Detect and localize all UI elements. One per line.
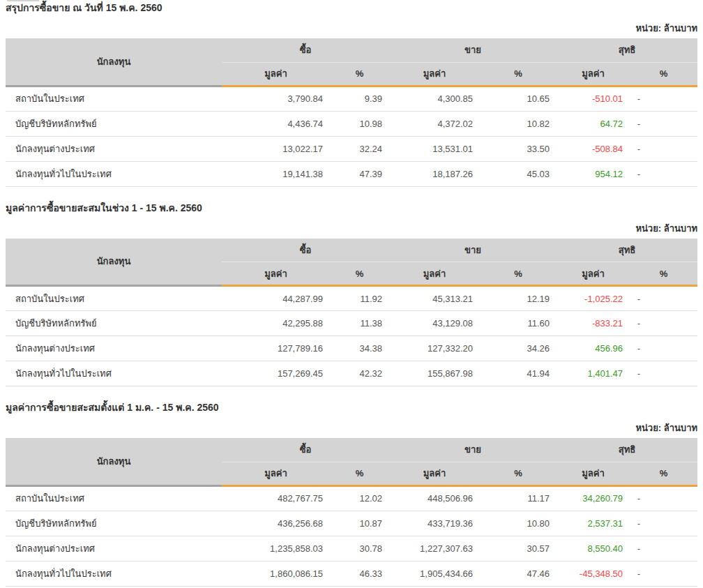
section-title: สรุปการซื้อขาย ณ วันที่ 15 พ.ค. 2560: [6, 0, 697, 14]
col-header-buy-value: มูลค่า: [222, 262, 330, 286]
net-pct-cell: -: [630, 511, 697, 536]
col-header-buy-value: มูลค่า: [222, 62, 330, 86]
investor-cell: บัญชีบริษัทหลักทรัพย์: [6, 511, 222, 536]
table-row: นักลงทุนต่างประเทศ 13,022.17 32.24 13,53…: [6, 136, 697, 161]
col-header-buy-pct: %: [330, 62, 389, 86]
buy-pct-cell: 46.33: [330, 561, 389, 586]
trading-table-ytd: นักลงทุน ซื้อ ขาย สุทธิ มูลค่า % มูลค่า …: [6, 438, 697, 587]
sell-pct-cell: 10.82: [480, 111, 557, 136]
col-header-buy-value: มูลค่า: [222, 462, 330, 485]
net-pct-cell: -: [630, 136, 697, 161]
net-value-cell: -833.21: [557, 311, 630, 336]
buy-pct-cell: 10.87: [330, 511, 389, 536]
buy-pct-cell: 30.78: [330, 536, 389, 561]
trading-table-daily: นักลงทุน ซื้อ ขาย สุทธิ มูลค่า % มูลค่า …: [6, 38, 697, 187]
col-header-sell-value: มูลค่า: [389, 62, 480, 86]
sell-pct-cell: 11.60: [480, 311, 557, 336]
tab-remnant: [7, 0, 39, 1]
sell-value-cell: 1,227,307.63: [389, 536, 480, 561]
table-row: สถาบันในประเทศ 482,767.75 12.02 448,506.…: [6, 485, 697, 511]
net-pct-cell: -: [630, 111, 697, 136]
unit-label: หน่วย: ล้านบาท: [6, 221, 697, 236]
net-value-cell: 456.96: [557, 336, 630, 361]
table-row: บัญชีบริษัทหลักทรัพย์ 4,436.74 10.98 4,3…: [6, 111, 697, 136]
investor-cell: สถาบันในประเทศ: [6, 86, 222, 111]
investor-cell: บัญชีบริษัทหลักทรัพย์: [6, 311, 222, 336]
sell-pct-cell: 10.80: [480, 511, 557, 536]
investor-cell: นักลงทุนทั่วไปในประเทศ: [6, 361, 222, 386]
investor-cell: นักลงทุนทั่วไปในประเทศ: [6, 161, 222, 186]
buy-value-cell: 1,235,858.03: [222, 536, 330, 561]
col-header-net: สุทธิ: [557, 38, 697, 62]
table-row: สถาบันในประเทศ 44,287.99 11.92 45,313.21…: [6, 286, 697, 311]
col-header-net: สุทธิ: [557, 438, 697, 462]
sell-pct-cell: 33.50: [480, 136, 557, 161]
net-pct-cell: -: [630, 86, 697, 111]
table-row: นักลงทุนต่างประเทศ 127,789.16 34.38 127,…: [6, 336, 697, 361]
col-header-net-value: มูลค่า: [557, 462, 630, 485]
investor-cell: นักลงทุนต่างประเทศ: [6, 136, 222, 161]
investor-cell: นักลงทุนต่างประเทศ: [6, 536, 222, 561]
sell-pct-cell: 47.46: [480, 561, 557, 586]
net-pct-cell: -: [630, 336, 697, 361]
sell-pct-cell: 12.19: [480, 286, 557, 311]
buy-pct-cell: 10.98: [330, 111, 389, 136]
buy-value-cell: 13,022.17: [222, 136, 330, 161]
investor-cell: สถาบันในประเทศ: [6, 286, 222, 311]
buy-pct-cell: 47.39: [330, 161, 389, 186]
table-row: บัญชีบริษัทหลักทรัพย์ 42,295.88 11.38 43…: [6, 311, 697, 336]
investor-cell: นักลงทุนต่างประเทศ: [6, 336, 222, 361]
net-value-cell: -1,025.22: [557, 286, 630, 311]
table-row: สถาบันในประเทศ 3,790.84 9.39 4,300.85 10…: [6, 86, 697, 111]
sell-pct-cell: 45.03: [480, 161, 557, 186]
col-header-net-pct: %: [630, 262, 697, 286]
col-header-sell-pct: %: [480, 262, 557, 286]
section-title: มูลค่าการซื้อขายสะสมตั้งแต่ 1 ม.ค. - 15 …: [6, 386, 697, 414]
col-header-investor: นักลงทุน: [6, 239, 222, 286]
col-header-sell: ขาย: [389, 239, 557, 262]
net-pct-cell: -: [630, 561, 697, 586]
trading-table-mtd: นักลงทุน ซื้อ ขาย สุทธิ มูลค่า % มูลค่า …: [6, 239, 697, 387]
buy-pct-cell: 42.32: [330, 361, 389, 386]
sell-value-cell: 433,719.36: [389, 511, 480, 536]
sell-value-cell: 448,506.96: [389, 485, 480, 511]
table-row: นักลงทุนทั่วไปในประเทศ 19,141.38 47.39 1…: [6, 161, 697, 186]
sell-value-cell: 155,867.98: [389, 361, 480, 386]
sell-value-cell: 13,531.01: [389, 136, 480, 161]
col-header-net: สุทธิ: [557, 239, 697, 262]
trading-summary-page: สรุปการซื้อขาย ณ วันที่ 15 พ.ค. 2560 หน่…: [0, 0, 703, 588]
sell-value-cell: 1,905,434.66: [389, 561, 480, 586]
net-pct-cell: -: [630, 286, 697, 311]
net-value-cell: 1,401.47: [557, 361, 630, 386]
col-header-sell-value: มูลค่า: [389, 262, 480, 286]
col-header-net-pct: %: [630, 62, 697, 86]
sell-pct-cell: 34.26: [480, 336, 557, 361]
net-value-cell: 8,550.40: [557, 536, 630, 561]
sell-value-cell: 127,332.20: [389, 336, 480, 361]
net-value-cell: 2,537.31: [557, 511, 630, 536]
col-header-buy-pct: %: [330, 262, 389, 286]
sell-value-cell: 18,187.26: [389, 161, 480, 186]
sell-value-cell: 43,129.08: [389, 311, 480, 336]
col-header-sell-pct: %: [480, 462, 557, 485]
col-header-sell-pct: %: [480, 62, 557, 86]
buy-pct-cell: 11.38: [330, 311, 389, 336]
buy-value-cell: 482,767.75: [222, 485, 330, 511]
table-row: นักลงทุนทั่วไปในประเทศ 1,860,086.15 46.3…: [6, 561, 697, 586]
buy-value-cell: 1,860,086.15: [222, 561, 330, 586]
col-header-investor: นักลงทุน: [6, 38, 222, 86]
sell-pct-cell: 11.17: [480, 485, 557, 511]
net-value-cell: -508.84: [557, 136, 630, 161]
buy-value-cell: 3,790.84: [222, 86, 330, 111]
net-pct-cell: -: [630, 161, 697, 186]
col-header-net-value: มูลค่า: [557, 262, 630, 286]
sell-value-cell: 45,313.21: [389, 286, 480, 311]
buy-value-cell: 4,436.74: [222, 111, 330, 136]
sell-pct-cell: 10.65: [480, 86, 557, 111]
buy-value-cell: 19,141.38: [222, 161, 330, 186]
table-row: บัญชีบริษัทหลักทรัพย์ 436,256.68 10.87 4…: [6, 511, 697, 536]
section-month-to-date: มูลค่าการซื้อขายสะสมในช่วง 1 - 15 พ.ค. 2…: [6, 187, 697, 387]
net-value-cell: 34,260.79: [557, 485, 630, 511]
table-row: นักลงทุนต่างประเทศ 1,235,858.03 30.78 1,…: [6, 536, 697, 561]
buy-pct-cell: 11.92: [330, 286, 389, 311]
